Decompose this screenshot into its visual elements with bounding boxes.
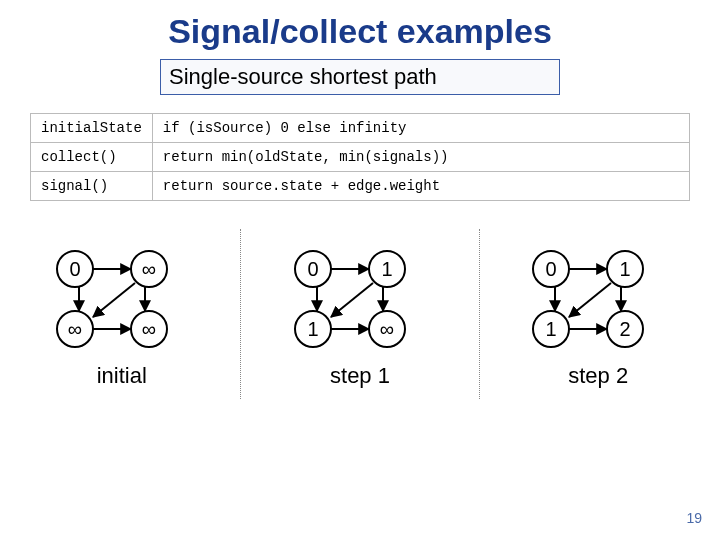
def-code: if (isSource) 0 else infinity <box>152 114 689 143</box>
def-code: return source.state + edge.weight <box>152 172 689 201</box>
panel-step2: 0 1 1 2 step 2 <box>513 229 683 399</box>
node-tl: 0 <box>546 258 557 280</box>
table-row: signal() return source.state + edge.weig… <box>31 172 690 201</box>
slide-title: Signal/collect examples <box>0 12 720 51</box>
node-bl: ∞ <box>68 318 82 340</box>
def-label: initialState <box>31 114 153 143</box>
panel-divider <box>479 229 480 399</box>
node-tl: 0 <box>307 258 318 280</box>
node-tr: 1 <box>620 258 631 280</box>
svg-line-22 <box>569 283 611 317</box>
def-label: collect() <box>31 143 153 172</box>
graph-svg: 0 ∞ ∞ ∞ <box>37 239 207 359</box>
node-tl: 0 <box>69 258 80 280</box>
node-bl: 1 <box>307 318 318 340</box>
diagram-row: 0 ∞ ∞ ∞ initial 0 1 <box>0 229 720 399</box>
page-number: 19 <box>686 510 702 526</box>
subtitle-box: Single-source shortest path <box>160 59 560 95</box>
node-br: ∞ <box>142 318 156 340</box>
node-tr: ∞ <box>142 258 156 280</box>
panel-initial: 0 ∞ ∞ ∞ initial <box>37 229 207 399</box>
panel-label: step 1 <box>275 363 445 389</box>
graph-svg: 0 1 1 ∞ <box>275 239 445 359</box>
def-code: return min(oldState, min(signals)) <box>152 143 689 172</box>
node-bl: 1 <box>546 318 557 340</box>
svg-line-13 <box>331 283 373 317</box>
node-br: 2 <box>620 318 631 340</box>
graph-svg: 0 1 1 2 <box>513 239 683 359</box>
node-br: ∞ <box>380 318 394 340</box>
panel-label: initial <box>37 363 207 389</box>
panel-label: step 2 <box>513 363 683 389</box>
node-tr: 1 <box>381 258 392 280</box>
def-label: signal() <box>31 172 153 201</box>
definitions-table: initialState if (isSource) 0 else infini… <box>30 113 690 201</box>
table-row: collect() return min(oldState, min(signa… <box>31 143 690 172</box>
panel-step1: 0 1 1 ∞ step 1 <box>275 229 445 399</box>
panel-divider <box>240 229 241 399</box>
svg-line-4 <box>93 283 135 317</box>
table-row: initialState if (isSource) 0 else infini… <box>31 114 690 143</box>
